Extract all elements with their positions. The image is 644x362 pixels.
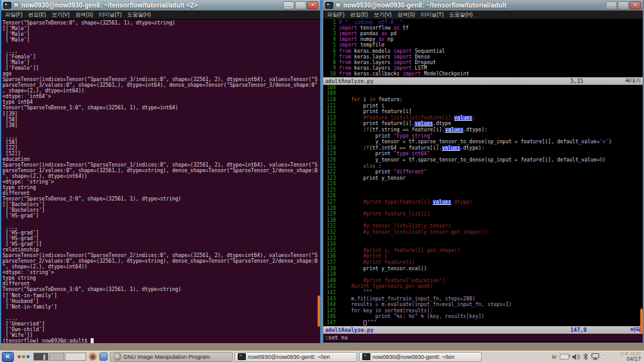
menu-item[interactable]: 터미널(T) (99, 11, 121, 19)
taskbar-button-label: now0930@now0930-gen8: ~/ten (372, 354, 455, 360)
menu-item[interactable]: 터미널(T) (421, 11, 443, 19)
code-line: 110 for i in feature: (323, 97, 643, 103)
taskbar-window-button[interactable]: now0930@now0930-gen8: ~/ten (359, 352, 482, 362)
line-number: 8 (323, 60, 339, 65)
vim-top-split[interactable]: 1#_*_ coding: utf-8 _*_2import tensorflo… (323, 19, 643, 77)
code-token: #print type(feature[i]. (339, 200, 433, 205)
menu-item[interactable]: 도움말(H) (449, 11, 472, 19)
code-token: print i (339, 104, 384, 109)
code-token: LSTM (412, 66, 427, 71)
bluetooth-icon[interactable] (583, 353, 588, 360)
battery-icon[interactable] (560, 354, 569, 359)
line-number: 144 (323, 302, 339, 307)
scrollbar-thumb[interactable] (640, 309, 643, 334)
menu-item[interactable]: 검색(S) (397, 11, 415, 19)
pager-desktop-1[interactable] (33, 353, 48, 361)
code-line: 130 (323, 217, 643, 224)
vim-cursor-position: 147,9 (570, 327, 614, 333)
taskbar-window-button[interactable]: GNU Image Manipulation Program (110, 352, 233, 362)
pager-desktop-2[interactable] (49, 353, 64, 361)
panel-hide-button[interactable] (602, 355, 606, 359)
volume-icon[interactable] (572, 354, 580, 360)
code-token: .dtype) (451, 200, 472, 205)
vim-editor[interactable]: 1#_*_ coding: utf-8 _*_2import tensorflo… (323, 19, 643, 343)
line-number: 109 (323, 91, 339, 96)
code-token: pandas (357, 31, 382, 36)
code-line: 6from keras.models import Sequential (323, 48, 643, 54)
maximize-button[interactable]: □ (295, 1, 306, 9)
menu-item[interactable]: 보기(V) (52, 11, 69, 19)
code-line: 122 print "different" (323, 169, 643, 175)
green-dot-icon[interactable] (22, 355, 25, 358)
menu-item[interactable]: 도움말(H) (127, 11, 150, 19)
line-number: 131 (323, 224, 339, 229)
code-line: 138 print y_tensor.eval() (323, 266, 643, 272)
line-number: 138 (323, 266, 339, 272)
line-number: 123 (323, 176, 339, 181)
line-number: 143 (323, 297, 339, 302)
red-dot-icon[interactable] (18, 355, 21, 358)
code-line: 126 (323, 194, 643, 200)
line-number: 127 (323, 200, 339, 205)
code-token: numpy (357, 37, 379, 42)
code-token: np (384, 37, 393, 42)
menu-item[interactable]: 편집(E) (28, 11, 46, 19)
code-token: import (394, 66, 412, 71)
code-token: print "%s: %s" % (key, results[key]) (339, 314, 484, 319)
close-button[interactable]: × (307, 1, 318, 9)
keyboard-layout-indicator[interactable]: kr (552, 354, 557, 360)
terminal-output: Tensor("SparseToDense:0", shape=(32561, … (1, 19, 320, 343)
pager-desktop-3[interactable] (65, 353, 86, 361)
line-number: 132 (323, 230, 339, 235)
code-line: 10from keras.callbacks import ModelCheck… (323, 72, 643, 77)
menu-item[interactable]: 보기(V) (374, 11, 391, 19)
line-number: 9 (323, 66, 339, 71)
firefox-icon[interactable] (89, 353, 97, 361)
display-icon[interactable] (591, 353, 599, 360)
code-token (339, 97, 351, 102)
line-number: 133 (323, 236, 339, 241)
kde-menu-button[interactable]: K (2, 352, 14, 362)
line-number: 120 (323, 158, 339, 163)
code-line: 139 (323, 272, 643, 278)
terminal-window-right: now0930@now0930-gen8: ~/tensorflow/tutor… (322, 0, 644, 343)
code-line: 135 #print i, feature[i].get_shape() (323, 248, 643, 254)
code-token: import (339, 43, 357, 48)
titlebar-right[interactable]: now0930@now0930-gen8: ~/tensorflow/tutor… (323, 0, 643, 11)
code-token: y_tensor = tf.sparse_tensor_to_dense(sp_… (339, 158, 599, 163)
line-number: 119 (323, 151, 339, 156)
close-button[interactable]: × (630, 1, 641, 9)
code-token: "type string" (394, 134, 433, 139)
code-line: 140 #print feature["education"] (323, 278, 643, 284)
terminal-output-area[interactable]: Tensor("SparseToDense:0", shape=(32561, … (1, 19, 320, 343)
terminal-icon (238, 353, 246, 360)
minimize-button[interactable]: — (606, 1, 617, 9)
minimize-button[interactable]: — (283, 1, 294, 9)
scrollbar-thumb[interactable] (318, 295, 320, 327)
menu-item[interactable]: 검색(S) (75, 11, 93, 19)
maximize-button[interactable]: □ (618, 1, 629, 9)
code-line: 124 (323, 182, 643, 188)
blue-dot-icon[interactable] (26, 355, 30, 358)
window-list-icon[interactable] (99, 353, 108, 361)
vim-bottom-split[interactable]: 108109110 for i in feature:111 print i11… (323, 85, 643, 326)
taskbar-window-button[interactable]: now0930@now0930-gen8: ~/ten (235, 352, 357, 362)
line-number: 146 (323, 314, 339, 319)
code-line: 144 results = m.evaluate(input_fn=eval_i… (323, 302, 643, 308)
line-number: 124 (323, 182, 339, 187)
clock[interactable]: 오후 11:31 04/17 (609, 351, 641, 362)
code-line: 132 #y_tensor_list=list(y_tensor.get_sha… (323, 229, 643, 236)
menu-item[interactable]: 편집(E) (350, 11, 368, 19)
code-line: 1#_*_ coding: utf-8 _*_ (323, 19, 643, 25)
code-token: tf (399, 26, 408, 31)
menu-item[interactable]: 파일(F) (327, 11, 345, 19)
code-token: ModelCheckpoint (421, 72, 469, 77)
menu-item[interactable]: 파일(F) (5, 11, 23, 19)
terminal-icon (362, 353, 370, 360)
titlebar-left[interactable]: now0930@now0930-gen8: ~/tensorflow/tutor… (1, 0, 320, 11)
code-token: #print type(hours_per_week) (339, 284, 433, 289)
code-token: #print feature["education"] (339, 278, 445, 283)
vim-command-line[interactable]: :set nu (323, 334, 643, 341)
vim-statusbar-bottom: adultAnalyze.py 147,9 바닥 (323, 326, 643, 334)
code-line: 147 """ (323, 320, 643, 326)
